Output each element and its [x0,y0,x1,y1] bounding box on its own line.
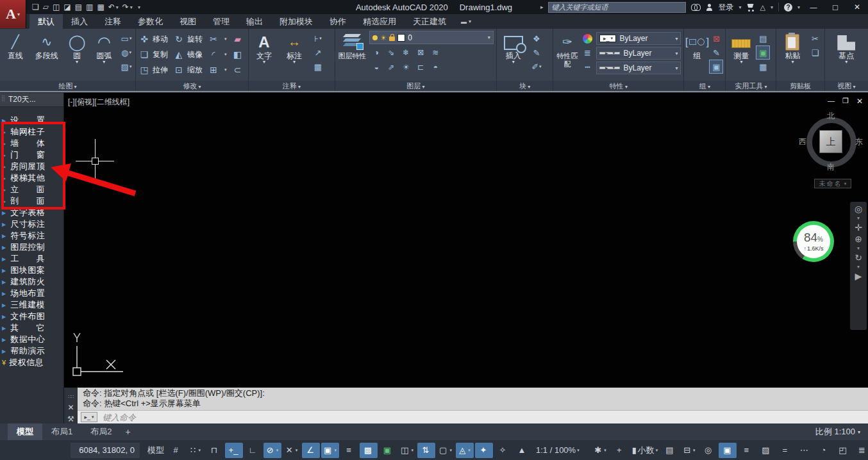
arc-button[interactable]: ◠ 圆弧 [91,31,117,81]
panel-label-properties[interactable]: 特性 [553,81,683,91]
polar-tracking-icon[interactable]: ⊘ [263,443,281,458]
t20-filter-toggle-icon[interactable]: ⋯ [796,443,814,458]
ribbon-tab[interactable]: 输出 [238,14,271,29]
command-drag-grip[interactable] [68,390,73,401]
array-icon[interactable]: ⊞ [208,65,227,75]
color-wheel-icon[interactable] [581,32,594,45]
erase-icon[interactable]: ▰ [232,34,246,44]
save-icon[interactable]: ◫ [53,1,60,13]
sign-in-caret-icon[interactable]: ▾ [739,4,741,10]
ribbon-tab[interactable]: 附加模块 [271,14,321,29]
maximize-button[interactable] [827,1,844,13]
compass-north-label[interactable]: 北 [801,111,860,122]
viewcube[interactable]: 上 北 南 西 东 [801,112,860,171]
gizmo-icon[interactable]: ◬ [456,443,474,458]
sidebar-item-symbol[interactable]: 符号标注 [0,230,63,242]
steering-wheel-icon[interactable]: ◎ [855,204,862,214]
clean-screen-icon[interactable]: ◔ [815,443,833,458]
zoom-icon[interactable]: ⊕ [855,234,862,244]
measure-button[interactable]: 测量 [728,31,754,81]
viewport-controls[interactable]: [-][俯视][二维线框] [68,97,129,108]
selection-filter-icon[interactable]: ▢ [437,443,455,458]
command-input[interactable] [101,412,865,423]
ribbon-tab[interactable]: 管理 [204,14,238,29]
hatch-icon[interactable]: ▨ [120,60,133,73]
sidebar-item-license-info[interactable]: 授权信息 [0,357,63,368]
tab-layout1[interactable]: 布局1 [42,423,81,440]
navbar-caret[interactable]: ▾ [857,265,860,270]
edit-attribute-icon[interactable]: ✎ [530,46,543,59]
search-icon[interactable] [691,4,701,10]
save-as-icon[interactable]: ◪ [63,1,71,13]
panel-label-modify[interactable]: 修改 [136,81,248,91]
quick-calc-icon[interactable]: ▦ [756,60,769,73]
compass-east-label[interactable]: 东 [855,136,863,147]
quick-select-icon[interactable]: ▤ [756,32,769,45]
new-file-icon[interactable]: ❏ [32,1,39,13]
explode-icon[interactable]: ◧ [232,49,246,60]
layer-properties-button[interactable]: 图层特性 [338,31,367,81]
user-icon[interactable] [706,4,713,11]
sidebar-item-3d-modeling[interactable]: 三维建模 [0,299,63,311]
command-customize-icon[interactable] [67,413,74,424]
line-button[interactable]: ╱ 直线 [3,31,28,81]
sidebar-item-layer-control[interactable]: 图层控制 [0,242,63,253]
drawing-close-button[interactable] [856,97,863,106]
group-selection-icon[interactable]: ▣ [710,60,722,73]
dimension-button[interactable]: ↔ 标注 [280,31,309,81]
download-speed-badge[interactable]: 84% 1.6K/s [793,221,834,262]
ribbon-tab[interactable]: 参数化 [129,14,171,29]
app-caret-icon[interactable]: ▾ [771,4,773,10]
linetype-list-icon[interactable]: ┅ [581,60,594,73]
panel-label-block[interactable]: 块 [497,81,553,91]
sidebar-item-other[interactable]: 其 它 [0,322,63,334]
polyline-button[interactable]: ∿ 多段线 [30,31,63,81]
t20-bold-toggle-icon[interactable]: = [776,443,794,458]
osnap-tracking-icon[interactable]: ∠ [302,443,320,458]
insert-block-button[interactable]: 插入 [499,31,528,81]
tab-model[interactable]: 模型 [8,423,42,440]
application-menu-button[interactable] [0,0,26,28]
bylayer-dropdown[interactable]: ByLayer [596,32,681,45]
group-edit-icon[interactable]: ✎ [710,46,722,59]
search-history-toggle[interactable]: ▸ [540,4,544,10]
app-store-cart-icon[interactable] [747,4,755,10]
sidebar-item-tools[interactable]: 工 具 [0,253,63,265]
command-close-icon[interactable] [67,401,74,413]
help-icon[interactable] [784,3,792,12]
osnap-icon[interactable]: ▣ [321,443,339,458]
trim-icon[interactable]: ✂ [208,34,227,44]
panel-label-layers[interactable]: 图层 [335,81,496,91]
lineweight-list-icon[interactable]: ≣ [581,46,594,59]
viewport-scale-control[interactable]: 1:1 / 100% [533,443,581,458]
layer-freeze-icon[interactable]: ❄ [399,45,413,60]
mirror-button[interactable]: ◭镜像 [173,49,203,60]
open-file-icon[interactable]: ▱ [43,1,49,13]
fillet-icon[interactable]: ◜ [208,49,227,60]
ribbon-tab[interactable]: 精选应用 [355,14,405,29]
panel-label-utilities[interactable]: 实用工具 [726,81,776,91]
model-space-button[interactable]: 模型 [144,443,166,458]
lock-ui-icon[interactable]: ⊟ [680,443,698,458]
minimize-button[interactable] [805,1,822,13]
block-editor-icon[interactable]: ✐ [530,60,543,73]
bylayer-dropdown[interactable]: ByLayer [596,62,681,74]
group-button[interactable]: 组 [687,31,707,81]
sidebar-item-data-center[interactable]: 数据中心 [0,334,63,345]
sidebar-item-dimension[interactable]: 尺寸标注 [0,218,63,230]
layer-match-icon[interactable]: ◓ [428,60,442,74]
transparency-icon[interactable]: ▩ [360,443,378,458]
scale-control[interactable]: 比例 1:100 [815,426,868,438]
compass-west-label[interactable]: 西 [799,136,806,147]
ribbon-tab[interactable]: 注释 [96,14,129,29]
panel-label-draw[interactable]: 绘图 [0,81,135,91]
layer-isolate-icon[interactable]: ⇘ [384,45,398,60]
help-search-input[interactable] [548,2,686,13]
autodesk-app-icon[interactable] [760,3,765,12]
close-button[interactable] [849,1,865,13]
quick-properties-icon[interactable]: ▤ [661,443,679,458]
t20-menu-title[interactable]: T20天... [0,93,63,107]
panel-label-clipboard[interactable]: 剪贴板 [776,81,824,91]
graphics-performance-icon[interactable]: ▣ [719,443,737,458]
panel-label-view[interactable]: 视图 [825,81,868,91]
